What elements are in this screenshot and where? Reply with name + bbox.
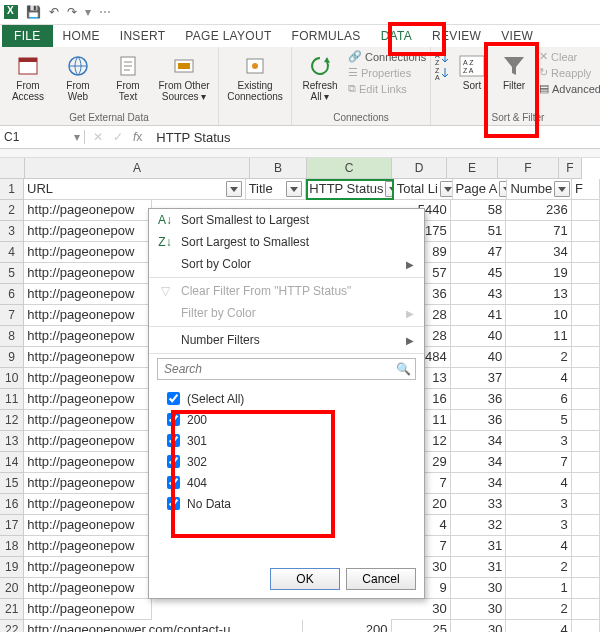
cell[interactable]: http://pageonepow [24, 494, 152, 515]
row-header[interactable]: 1 [0, 179, 24, 200]
fx-icon[interactable]: fx [133, 130, 142, 144]
cell[interactable]: 2 [506, 347, 571, 368]
cell[interactable]: http://pageonepow [24, 452, 152, 473]
cell[interactable]: 19 [506, 263, 571, 284]
row-header[interactable]: 7 [0, 305, 24, 326]
cell[interactable]: http://pageonepow [24, 536, 152, 557]
tab-view[interactable]: VIEW [491, 26, 543, 47]
filter-drop-icon[interactable] [226, 181, 242, 197]
existing-connections-button[interactable]: Existing Connections [223, 49, 287, 105]
cell[interactable]: 30 [451, 620, 507, 632]
cell[interactable]: http://pageonepow [24, 410, 152, 431]
row-header[interactable]: 10 [0, 368, 24, 389]
cell[interactable]: 36 [451, 410, 507, 431]
cell[interactable]: 31 [451, 536, 507, 557]
sort-desc[interactable]: Z↓ Sort Largest to Smallest [149, 231, 424, 253]
sort-by-color[interactable]: Sort by Color ▶ [149, 253, 424, 275]
filter-checkbox[interactable] [167, 455, 180, 468]
header-page-authority[interactable]: Page A [453, 179, 508, 200]
row-header[interactable]: 5 [0, 263, 24, 284]
redo-icon[interactable]: ↷ [67, 5, 77, 19]
cell[interactable]: 3 [506, 515, 571, 536]
row-header[interactable]: 18 [0, 536, 24, 557]
row-header[interactable]: 8 [0, 326, 24, 347]
from-other-sources-button[interactable]: From Other Sources ▾ [154, 49, 214, 105]
row-header[interactable]: 3 [0, 221, 24, 242]
row-header[interactable]: 14 [0, 452, 24, 473]
cell[interactable]: 30 [391, 599, 451, 620]
row-header[interactable]: 19 [0, 557, 24, 578]
cell[interactable]: 30 [451, 578, 507, 599]
filter-drop-icon[interactable] [554, 181, 570, 197]
cell[interactable] [572, 557, 600, 578]
cell[interactable] [572, 536, 600, 557]
cell[interactable]: http://pageonepow [24, 284, 152, 305]
row-header[interactable]: 13 [0, 431, 24, 452]
number-filters[interactable]: Number Filters ▶ [149, 329, 424, 351]
cell[interactable]: 3 [506, 431, 571, 452]
cancel-button[interactable]: Cancel [346, 568, 416, 590]
cell[interactable]: http://pageonepow [24, 578, 152, 599]
cell[interactable]: 30 [451, 599, 507, 620]
col-header-F[interactable]: F [498, 158, 559, 179]
formula-input[interactable]: HTTP Status [150, 130, 600, 145]
cell[interactable] [572, 221, 600, 242]
cell[interactable]: 34 [451, 431, 507, 452]
cell[interactable] [572, 200, 600, 221]
filter-checkbox[interactable] [167, 497, 180, 510]
cell[interactable] [572, 431, 600, 452]
cell[interactable]: http://pageonepow [24, 326, 152, 347]
cell[interactable]: http://pageonepow [24, 557, 152, 578]
col-header-E[interactable]: E [447, 158, 498, 179]
ok-button[interactable]: OK [270, 568, 340, 590]
filter-checkbox[interactable] [167, 392, 180, 405]
refresh-all-button[interactable]: Refresh All ▾ [296, 49, 344, 105]
tab-data[interactable]: DATA [371, 26, 422, 47]
filter-search[interactable]: 🔍 [157, 358, 416, 380]
filter-option[interactable]: 404 [163, 472, 410, 493]
cell[interactable]: 4 [506, 620, 571, 632]
cell[interactable] [572, 473, 600, 494]
cell[interactable] [572, 368, 600, 389]
undo-icon[interactable]: ↶ [49, 5, 59, 19]
cell[interactable]: 34 [451, 452, 507, 473]
header-extra[interactable]: F [572, 179, 600, 200]
filter-option[interactable]: 301 [163, 430, 410, 451]
sort-button[interactable]: A ZZ A Sort [453, 49, 491, 95]
cell[interactable]: 51 [451, 221, 507, 242]
col-header-C[interactable]: C [307, 158, 392, 179]
header-total-links[interactable]: Total Li [394, 179, 453, 200]
cell[interactable]: 34 [451, 473, 507, 494]
filter-checkbox[interactable] [167, 413, 180, 426]
cell[interactable]: 2 [506, 599, 571, 620]
cell[interactable]: 33 [451, 494, 507, 515]
cell[interactable]: 6 [506, 389, 571, 410]
row-header[interactable]: 12 [0, 410, 24, 431]
from-text-button[interactable]: From Text [104, 49, 152, 105]
cell[interactable]: 13 [506, 284, 571, 305]
cell[interactable]: 58 [451, 200, 507, 221]
cell[interactable] [572, 326, 600, 347]
col-header-A[interactable]: A [25, 158, 250, 179]
cell[interactable]: http://pageonepow [24, 515, 152, 536]
cell[interactable]: 45 [451, 263, 507, 284]
header-url[interactable]: URL [24, 179, 246, 200]
from-access-button[interactable]: From Access [4, 49, 52, 105]
cell[interactable]: 10 [506, 305, 571, 326]
tab-file[interactable]: FILE [2, 25, 53, 47]
col-header-D[interactable]: D [392, 158, 447, 179]
cell[interactable]: 3 [506, 494, 571, 515]
row-header[interactable]: 15 [0, 473, 24, 494]
header-http-status[interactable]: HTTP Status [306, 179, 393, 200]
filter-drop-icon[interactable] [440, 181, 453, 197]
cell[interactable] [572, 242, 600, 263]
cell[interactable]: 4 [506, 536, 571, 557]
cell[interactable] [572, 494, 600, 515]
row-header[interactable]: 21 [0, 599, 24, 620]
cell[interactable]: http://pageonepower.com/contact-u [24, 620, 303, 632]
tab-insert[interactable]: INSERT [110, 26, 176, 47]
advanced-link[interactable]: ▤Advanced [537, 81, 600, 96]
connections-link[interactable]: 🔗Connections [346, 49, 426, 64]
cell[interactable] [572, 515, 600, 536]
filter-option[interactable]: 200 [163, 409, 410, 430]
